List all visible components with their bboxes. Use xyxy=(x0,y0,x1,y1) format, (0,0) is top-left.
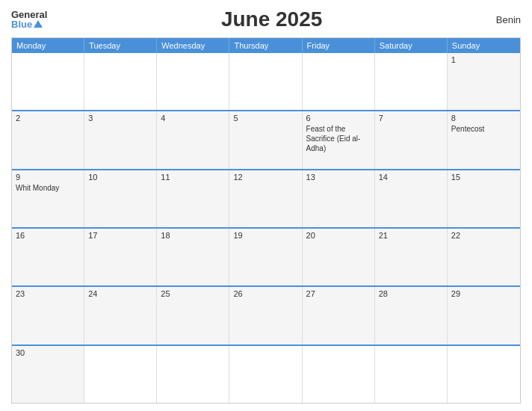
day-number: 18 xyxy=(161,231,225,240)
day-cell xyxy=(303,53,375,110)
day-cell: 29 xyxy=(448,287,520,344)
day-event: Feast of the Sacrifice (Eid al-Adha) xyxy=(306,124,371,153)
day-number: 9 xyxy=(16,173,80,182)
week-row-5: 30 xyxy=(12,344,520,403)
header-thursday: Thursday xyxy=(229,38,302,53)
day-cell: 12 xyxy=(229,170,302,227)
day-cell: 26 xyxy=(229,287,302,344)
day-number: 15 xyxy=(451,173,516,182)
page: General Blue June 2025 Benin Monday Tues… xyxy=(0,0,532,411)
day-cell: 9Whit Monday xyxy=(12,170,84,227)
day-cell: 6Feast of the Sacrifice (Eid al-Adha) xyxy=(303,111,375,168)
day-number: 20 xyxy=(306,231,371,240)
day-cell: 3 xyxy=(84,111,157,168)
day-number: 12 xyxy=(233,173,297,182)
day-number: 28 xyxy=(379,289,443,298)
day-cell: 23 xyxy=(12,287,84,344)
header-tuesday: Tuesday xyxy=(84,38,157,53)
day-number: 23 xyxy=(16,289,80,298)
day-number: 16 xyxy=(16,231,80,240)
header-monday: Monday xyxy=(12,38,84,53)
day-number: 27 xyxy=(306,289,371,298)
day-cell: 18 xyxy=(157,229,229,285)
day-number: 19 xyxy=(233,231,297,240)
header-saturday: Saturday xyxy=(375,38,448,53)
day-number: 24 xyxy=(88,289,152,298)
calendar-title: June 2025 xyxy=(221,7,322,31)
day-cell: 30 xyxy=(12,346,84,403)
day-cell: 28 xyxy=(375,287,448,344)
day-cell: 1 xyxy=(448,53,520,110)
day-number: 14 xyxy=(379,173,443,182)
day-cell: 21 xyxy=(375,229,448,285)
day-cell: 24 xyxy=(84,287,157,344)
day-cell: 10 xyxy=(84,170,157,227)
day-number: 11 xyxy=(161,173,225,182)
day-number: 6 xyxy=(306,114,371,123)
calendar: Monday Tuesday Wednesday Thursday Friday… xyxy=(11,37,521,404)
day-cell: 11 xyxy=(157,170,229,227)
day-number: 10 xyxy=(88,173,152,182)
header: General Blue June 2025 Benin xyxy=(11,7,521,31)
day-cell xyxy=(12,53,84,110)
day-number: 30 xyxy=(16,348,80,357)
day-number: 1 xyxy=(451,55,516,64)
day-number: 29 xyxy=(451,289,516,298)
day-cell: 14 xyxy=(375,170,448,227)
header-wednesday: Wednesday xyxy=(157,38,229,53)
day-number: 7 xyxy=(379,114,443,123)
day-number: 8 xyxy=(451,114,516,123)
day-cell: 13 xyxy=(303,170,375,227)
day-cell: 27 xyxy=(303,287,375,344)
day-number: 26 xyxy=(233,289,297,298)
day-cell xyxy=(157,53,229,110)
header-sunday: Sunday xyxy=(448,38,520,53)
day-cell: 2 xyxy=(12,111,84,168)
day-cell xyxy=(448,346,520,403)
logo: General Blue xyxy=(11,10,47,29)
day-cell xyxy=(303,346,375,403)
day-cell: 20 xyxy=(303,229,375,285)
day-event: Pentecost xyxy=(451,124,516,134)
day-cell: 19 xyxy=(229,229,302,285)
day-cell: 16 xyxy=(12,229,84,285)
day-number: 21 xyxy=(379,231,443,240)
day-number: 4 xyxy=(161,114,225,123)
day-cell: 15 xyxy=(448,170,520,227)
day-cell: 5 xyxy=(229,111,302,168)
day-cell: 4 xyxy=(157,111,229,168)
day-cell xyxy=(84,346,157,403)
calendar-body: 123456Feast of the Sacrifice (Eid al-Adh… xyxy=(12,53,520,403)
logo-triangle-icon xyxy=(34,20,43,28)
day-cell xyxy=(157,346,229,403)
calendar-header: Monday Tuesday Wednesday Thursday Friday… xyxy=(12,38,520,53)
day-number: 25 xyxy=(161,289,225,298)
day-cell: 17 xyxy=(84,229,157,285)
week-row-4: 23242526272829 xyxy=(12,285,520,344)
day-cell xyxy=(375,346,448,403)
day-number: 17 xyxy=(88,231,152,240)
day-cell xyxy=(375,53,448,110)
day-event: Whit Monday xyxy=(16,183,80,193)
day-cell: 7 xyxy=(375,111,448,168)
day-cell: 25 xyxy=(157,287,229,344)
day-cell: 8Pentecost xyxy=(448,111,520,168)
country-label: Benin xyxy=(496,14,521,25)
day-number: 5 xyxy=(233,114,297,123)
week-row-3: 16171819202122 xyxy=(12,227,520,285)
week-row-2: 9Whit Monday101112131415 xyxy=(12,169,520,227)
logo-blue-text: Blue xyxy=(11,19,43,29)
day-cell xyxy=(229,53,302,110)
day-number: 3 xyxy=(88,114,152,123)
week-row-1: 23456Feast of the Sacrifice (Eid al-Adha… xyxy=(12,110,520,168)
day-number: 2 xyxy=(16,114,80,123)
week-row-0: 1 xyxy=(12,53,520,110)
day-cell xyxy=(84,53,157,110)
header-friday: Friday xyxy=(303,38,375,53)
day-number: 13 xyxy=(306,173,371,182)
day-cell xyxy=(229,346,302,403)
day-cell: 22 xyxy=(448,229,520,285)
day-number: 22 xyxy=(451,231,516,240)
